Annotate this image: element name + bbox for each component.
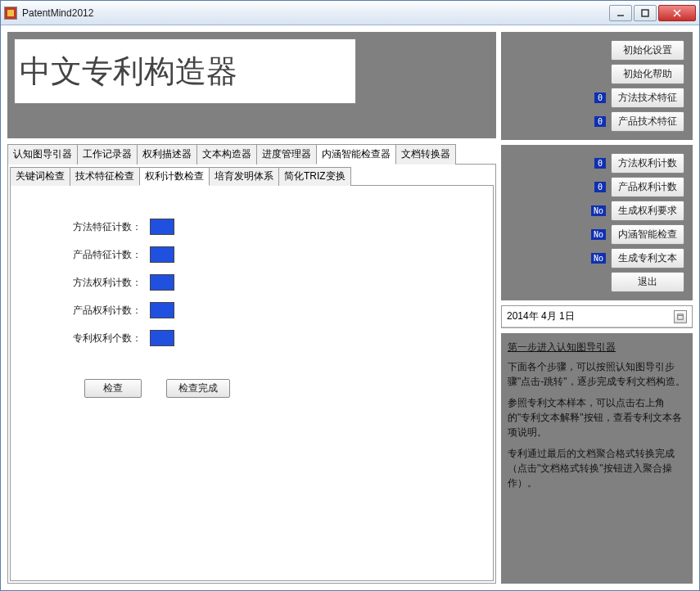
tab-doc-converter[interactable]: 文档转换器 (395, 144, 456, 165)
value-total-claim-count (150, 330, 174, 346)
maximize-button[interactable] (634, 5, 657, 21)
calendar-dropdown-icon[interactable] (674, 310, 687, 323)
badge-product-claim: 0 (594, 182, 606, 192)
badge-gen-claims: No (591, 205, 606, 216)
sub-tab-content: 方法特征计数： 产品特征计数： 方法权利计数： 产品权利计数： (10, 186, 494, 581)
tab-progress-manager[interactable]: 进度管理器 (256, 144, 317, 165)
side-panel-middle: 0 方法权利计数 0 产品权利计数 No 生成权利要求 No 内涵智能检查 No (501, 145, 693, 300)
date-picker[interactable]: 2014年 4月 1日 (502, 306, 692, 327)
window-title: PatentMind2012 (22, 7, 609, 19)
label-total-claim-count: 专利权利个数： (60, 332, 142, 345)
subtab-feature-check[interactable]: 技术特征检查 (70, 167, 140, 186)
row-method-claim-count: 方法权利计数： (60, 274, 444, 291)
tab-work-recorder[interactable]: 工作记录器 (77, 144, 138, 165)
subtab-triz-transform[interactable]: 简化TRIZ变换 (278, 167, 351, 186)
right-column: 初始化设置 初始化帮助 0 方法技术特征 0 产品技术特征 0 方法权利计数 0 (501, 32, 693, 584)
tab-text-constructor[interactable]: 文本构造器 (196, 144, 257, 165)
main-tabstrip: 认知图导引器 工作记录器 权利描述器 文本构造器 进度管理器 内涵智能检查器 文… (7, 143, 496, 165)
method-claim-count-button[interactable]: 方法权利计数 (611, 153, 684, 174)
row-product-feature-count: 产品特征计数： (60, 246, 444, 263)
badge-gen-patent: No (591, 253, 606, 264)
client-area: 中文专利构造器 认知图导引器 工作记录器 权利描述器 文本构造器 进度管理器 内… (1, 25, 699, 590)
label-product-claim-count: 产品权利计数： (60, 304, 142, 318)
badge-method-feature: 0 (594, 92, 606, 103)
badge-method-claim: 0 (594, 158, 606, 169)
badge-smart-check: No (591, 229, 606, 240)
product-feature-button[interactable]: 产品技术特征 (611, 111, 684, 132)
app-title-box: 中文专利构造器 (14, 38, 356, 104)
tab-claim-describer[interactable]: 权利描述器 (137, 144, 197, 165)
svg-rect-4 (678, 314, 683, 318)
svg-rect-1 (642, 10, 648, 16)
date-panel: 2014年 4月 1日 (501, 305, 693, 328)
label-method-feature-count: 方法特征计数： (60, 220, 142, 234)
help-paragraph-2: 参照专利文本样本，可以点击右上角的"专利文本解释"按钮，查看专利文本各项说明。 (508, 395, 686, 440)
action-button-row: 检查 检查完成 (84, 379, 444, 398)
tab-smart-checker[interactable]: 内涵智能检查器 (316, 144, 396, 165)
tab-cognitive-map[interactable]: 认知图导引器 (7, 144, 78, 165)
check-button[interactable]: 检查 (84, 379, 142, 398)
method-feature-button[interactable]: 方法技术特征 (611, 88, 684, 108)
smart-check-button[interactable]: 内涵智能检查 (611, 224, 684, 245)
help-panel: 第一步进入认知图导引器 下面各个步骤，可以按照认知图导引步骤"点击-跳转"，逐步… (501, 333, 693, 584)
exit-button[interactable]: 退出 (611, 272, 684, 292)
help-header: 第一步进入认知图导引器 (508, 340, 686, 354)
label-product-feature-count: 产品特征计数： (60, 248, 142, 262)
left-column: 中文专利构造器 认知图导引器 工作记录器 权利描述器 文本构造器 进度管理器 内… (7, 32, 496, 584)
check-done-button[interactable]: 检查完成 (166, 379, 230, 398)
generate-patent-text-button[interactable]: 生成专利文本 (611, 248, 684, 268)
init-help-button[interactable]: 初始化帮助 (611, 64, 684, 84)
app-icon (4, 7, 17, 20)
date-value: 2014年 4月 1日 (507, 309, 575, 323)
subtab-invention-system[interactable]: 培育发明体系 (209, 167, 279, 186)
badge-product-feature: 0 (594, 116, 606, 127)
init-settings-button[interactable]: 初始化设置 (611, 40, 684, 61)
row-total-claim-count: 专利权利个数： (60, 330, 444, 346)
help-paragraph-1: 下面各个步骤，可以按照认知图导引步骤"点击-跳转"，逐步完成专利文档构造。 (508, 359, 686, 389)
header-panel: 中文专利构造器 (7, 32, 496, 138)
help-paragraph-3: 专利通过最后的文档聚合格式转换完成（点击"文档格式转换"按钮进入聚合操作）。 (508, 446, 686, 490)
subtab-claim-count-check[interactable]: 权利计数检查 (139, 167, 210, 186)
close-button[interactable] (658, 5, 696, 21)
value-product-claim-count (150, 302, 174, 318)
minimize-button[interactable] (609, 5, 632, 21)
value-method-claim-count (150, 274, 174, 291)
product-claim-count-button[interactable]: 产品权利计数 (611, 177, 684, 197)
subtab-keyword-check[interactable]: 关键词检查 (10, 167, 70, 186)
row-method-feature-count: 方法特征计数： (60, 219, 444, 235)
side-panel-top: 初始化设置 初始化帮助 0 方法技术特征 0 产品技术特征 (501, 32, 693, 140)
row-product-claim-count: 产品权利计数： (60, 302, 444, 318)
window-controls (609, 5, 696, 21)
value-product-feature-count (150, 246, 174, 263)
app-window: PatentMind2012 中文专利构造器 认知图导引器 工作记录器 权利描述… (0, 0, 700, 591)
main-tab-content: 关键词检查 技术特征检查 权利计数检查 培育发明体系 简化TRIZ变换 方法特征… (7, 165, 496, 584)
titlebar: PatentMind2012 (1, 1, 699, 25)
label-method-claim-count: 方法权利计数： (60, 276, 142, 290)
sub-tabstrip: 关键词检查 技术特征检查 权利计数检查 培育发明体系 简化TRIZ变换 (10, 166, 494, 186)
generate-claims-button[interactable]: 生成权利要求 (611, 201, 684, 221)
app-title: 中文专利构造器 (20, 51, 237, 92)
value-method-feature-count (150, 219, 174, 235)
